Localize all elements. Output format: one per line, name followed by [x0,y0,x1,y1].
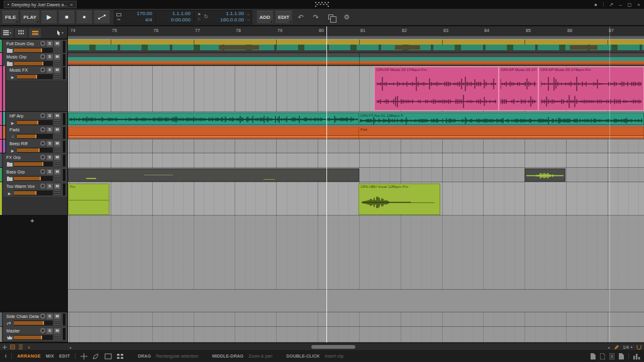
arranger-row-pads[interactable]: Pad [68,126,644,140]
add-button[interactable]: ADD [257,11,274,24]
volume-slider[interactable] [14,176,53,181]
automation-arm-button[interactable] [40,155,45,160]
select-tool-icon[interactable] [80,353,87,359]
volume-slider[interactable] [17,74,53,79]
arranger-row-music-grp[interactable] [68,53,644,66]
automation-arm-button[interactable] [40,141,45,146]
mute-button[interactable]: M [54,54,60,60]
pencil-icon[interactable] [614,344,619,350]
track-name[interactable]: Music FX [9,68,39,72]
stop-button[interactable]: ■ [58,11,75,24]
track-header-pads[interactable]: PadsSM ♫ [0,126,67,140]
solo-button[interactable]: S [47,127,53,133]
track-collapse-icon[interactable] [2,344,7,349]
tab-close-icon[interactable]: × [70,2,73,8]
arranger-row-side-chain-delay[interactable] [68,312,644,327]
track-header-music-fx[interactable]: Music FXSM ▶ [0,66,67,112]
rect-select-tool-icon[interactable] [104,353,112,359]
arranger-row-fx-grp[interactable] [68,153,644,168]
mute-button[interactable]: M [54,169,60,175]
time-signature-value[interactable]: 4/4 [145,17,152,23]
loop-start-value[interactable]: 1.1.1.00 [226,11,244,17]
solo-button[interactable]: S [47,41,53,47]
track-header-side-chain-delay[interactable]: Side Chain DelaySM [0,312,67,327]
arranger-row-beep-riff[interactable] [68,140,644,153]
automation-lane-toggle[interactable] [29,28,41,38]
automation-arm-button[interactable] [40,113,45,118]
settings-gear-icon[interactable]: ⚙ [340,13,353,21]
drum-sub-lane[interactable] [68,45,644,50]
track-header-fx-grp[interactable]: FX GrpSM [0,153,67,168]
mute-button[interactable]: M [54,127,60,133]
horizontal-scrollbar-thumb[interactable] [311,345,355,349]
track-header-master[interactable]: MasterSM [0,327,67,343]
record-button[interactable]: ● [76,11,92,24]
routing-button[interactable] [54,134,60,139]
copy-icon[interactable] [328,14,333,19]
track-name[interactable]: Pads [9,128,39,132]
arranger-row-music-fx[interactable]: CPA KP Music 03 174bpm Fm CPA KP Music 0… [68,66,644,112]
automation-arm-button[interactable] [40,314,45,319]
automation-arm-button[interactable] [40,184,45,189]
volume-slider[interactable] [17,148,53,153]
track-header-too-warm-vox[interactable]: Too Warm VoxSM ▶ [0,182,67,216]
browser-panel-icon[interactable] [591,353,596,359]
solo-button[interactable]: S [47,184,53,189]
project-tab[interactable]: ▪ Deepstep by Joel Dawes a... × [4,1,77,8]
routing-button[interactable] [54,74,60,79]
arranger-timeline[interactable]: CPA KP Music 03 174bpm Fm CPA KP Music 0… [68,39,644,343]
arranger-empty-area-lower[interactable] [68,290,644,312]
play-menu-button[interactable]: PLAY [20,11,40,24]
solo-button[interactable]: S [47,54,53,60]
clip-vox-main[interactable]: CPA UBH Vocal 128bpm Fm [358,184,440,215]
solo-button[interactable]: S [47,67,53,73]
add-track-plus[interactable]: + [30,217,34,224]
clip-arrow-icon[interactable]: ▶ [9,75,16,79]
solo-button[interactable]: S [47,169,53,175]
scroll-left-icon[interactable]: ◂ [69,345,71,349]
position-display[interactable]: 1.1.1.00 0:00.000 [159,11,191,23]
routing-button[interactable] [54,335,60,340]
punch-icons[interactable]: ⚑ ⚐ [197,13,201,21]
track-header-bass-grp[interactable]: Bass GrpSM [0,168,67,182]
scroll-right-icon[interactable]: ▸ [608,345,610,349]
automation-arm-button[interactable] [40,41,45,46]
automation-arm-button[interactable] [40,127,45,132]
volume-slider[interactable] [14,162,53,167]
track-name[interactable]: Beep Riff [9,141,39,146]
track-name[interactable]: HP Arp [9,114,39,118]
device-panel-icon[interactable] [609,353,614,359]
automation-arm-button[interactable] [40,67,45,72]
volume-slider[interactable] [14,335,53,340]
volume-slider[interactable] [14,321,53,326]
snap-icon[interactable] [636,344,641,350]
notification-dot-icon[interactable]: ● [594,2,597,8]
mute-button[interactable]: M [54,113,60,119]
routing-button[interactable] [54,176,60,181]
routing-button[interactable] [54,120,60,125]
clear-icon[interactable]: ✕ [26,344,31,349]
info-icon[interactable]: i [5,353,6,359]
clip-pads-left[interactable] [68,126,359,139]
tab-mix[interactable]: MIX [46,354,54,358]
play-button[interactable]: ▶ [41,11,57,24]
mute-button[interactable]: M [54,314,60,319]
solo-button[interactable]: S [47,328,53,334]
pen-tool-icon[interactable] [92,353,99,359]
track-name[interactable]: Bass Grp [6,170,39,174]
track-name[interactable]: FX Grp [6,155,39,160]
mute-button[interactable]: M [54,155,60,160]
add-track-button[interactable]: ▾ [1,28,13,38]
undo-button[interactable]: ↶ [294,13,308,21]
tab-arrange[interactable]: ARRANGE [17,354,41,358]
pointer-tool-button[interactable]: ▾ [54,28,66,38]
track-name[interactable]: Too Warm Vox [6,184,39,189]
folder-icon[interactable] [6,162,13,167]
mute-button[interactable]: M [54,328,60,334]
mute-button[interactable]: M [54,41,60,47]
clip-arrow-icon[interactable]: ▶ [9,148,16,153]
grid-tool-icon[interactable] [117,353,124,359]
volume-slider[interactable] [17,120,53,125]
audio-clip-music-fx-2[interactable]: CPA KP Music 03 174b [499,67,538,111]
audio-clip-music-fx-1[interactable]: CPA KP Music 03 174bpm Fm [374,67,499,111]
